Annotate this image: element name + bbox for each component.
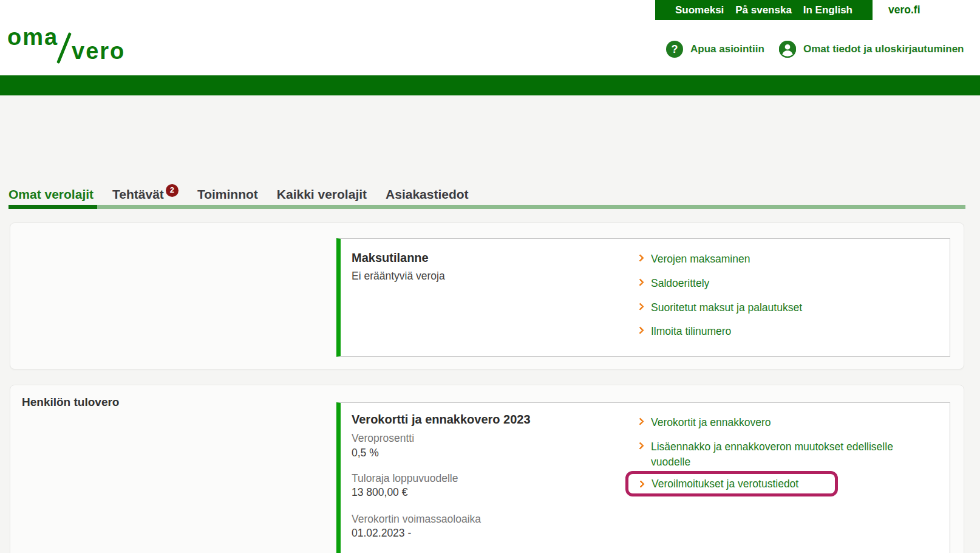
help-label: Apua asiointiin xyxy=(690,43,764,55)
omavero-page: oma vero Suomeksi På svenska In English … xyxy=(0,0,980,553)
vero-fi-link[interactable]: vero.fi xyxy=(888,0,920,20)
field-value-veroprosentti: 0,5 % xyxy=(352,447,379,459)
field-value-tuloraja: 13 800,00 € xyxy=(352,486,407,499)
language-link-swedish[interactable]: På svenska xyxy=(735,4,792,16)
omavero-logo[interactable]: oma vero xyxy=(0,0,134,70)
highlighted-link-veroilmoitukset[interactable]: Veroilmoitukset ja verotustiedot xyxy=(625,471,838,496)
payment-status-text: Ei erääntyviä veroja xyxy=(352,270,445,283)
language-link-finnish[interactable]: Suomeksi xyxy=(675,4,724,16)
language-link-english[interactable]: In English xyxy=(803,4,852,16)
chevron-right-icon xyxy=(636,442,644,450)
tax-card-card: Verokortti ja ennakkovero 2023 Veroprose… xyxy=(336,402,950,553)
tab-underline xyxy=(9,205,965,209)
logo-text-vero: vero xyxy=(72,38,125,64)
logo-slash xyxy=(56,32,72,64)
field-value-voimassaoloaika: 01.02.2023 - xyxy=(352,527,411,540)
link-saldoerittely[interactable]: Saldoerittely xyxy=(638,276,709,291)
tab-kaikki-verolajit[interactable]: Kaikki verolajit xyxy=(277,187,367,203)
tab-tehtavat-label: Tehtävät xyxy=(112,187,164,201)
link-ilmoita-tilinumero[interactable]: Ilmoita tilinumero xyxy=(638,324,731,339)
field-label-veroprosentti: Veroprosentti xyxy=(352,432,414,445)
chevron-right-icon xyxy=(636,303,644,311)
logo-text-oma: oma xyxy=(7,24,58,50)
link-lisaennakko[interactable]: Lisäennakko ja ennakkoveron muutokset ed… xyxy=(638,439,894,470)
payment-status-card: Maksutilanne Ei erääntyviä veroja Veroje… xyxy=(336,238,950,357)
tab-bar: Omat verolajit Tehtävät2 Toiminnot Kaikk… xyxy=(9,187,469,203)
language-bar: Suomeksi På svenska In English xyxy=(655,0,873,20)
link-suoritetut-maksut[interactable]: Suoritetut maksut ja palautukset xyxy=(638,300,802,315)
person-icon xyxy=(779,41,796,58)
tab-omat-verolajit[interactable]: Omat verolajit xyxy=(9,187,94,203)
tab-tehtavat[interactable]: Tehtävät2 xyxy=(112,187,179,203)
card-title-maksutilanne: Maksutilanne xyxy=(352,251,429,265)
green-banner xyxy=(0,75,980,95)
active-tab-indicator xyxy=(9,205,97,209)
chevron-right-icon xyxy=(636,254,644,262)
link-verojen-maksaminen[interactable]: Verojen maksaminen xyxy=(638,252,750,267)
account-label: Omat tiedot ja uloskirjautuminen xyxy=(803,43,964,55)
card-title-verokortti: Verokortti ja ennakkovero 2023 xyxy=(352,413,531,427)
link-verokortit-ja-ennakkovero[interactable]: Verokortit ja ennakkovero xyxy=(638,415,771,430)
tab-toiminnot[interactable]: Toiminnot xyxy=(197,187,258,203)
help-menu[interactable]: ? Apua asiointiin xyxy=(666,40,764,58)
question-mark-icon: ? xyxy=(666,41,683,58)
field-label-voimassaoloaika: Verokortin voimassaoloaika xyxy=(352,513,481,526)
chevron-right-icon xyxy=(636,278,644,286)
field-label-tuloraja: Tuloraja loppuvuodelle xyxy=(352,472,458,485)
section-label-henkilon-tulovero: Henkilön tulovero xyxy=(22,396,119,409)
chevron-right-icon xyxy=(636,417,644,425)
task-count-badge: 2 xyxy=(166,184,179,197)
header: oma vero Suomeksi På svenska In English … xyxy=(0,0,980,75)
chevron-right-icon xyxy=(637,480,645,488)
account-menu[interactable]: Omat tiedot ja uloskirjautuminen xyxy=(779,40,964,58)
chevron-right-icon xyxy=(636,326,644,334)
tab-asiakastiedot[interactable]: Asiakastiedot xyxy=(386,187,469,203)
